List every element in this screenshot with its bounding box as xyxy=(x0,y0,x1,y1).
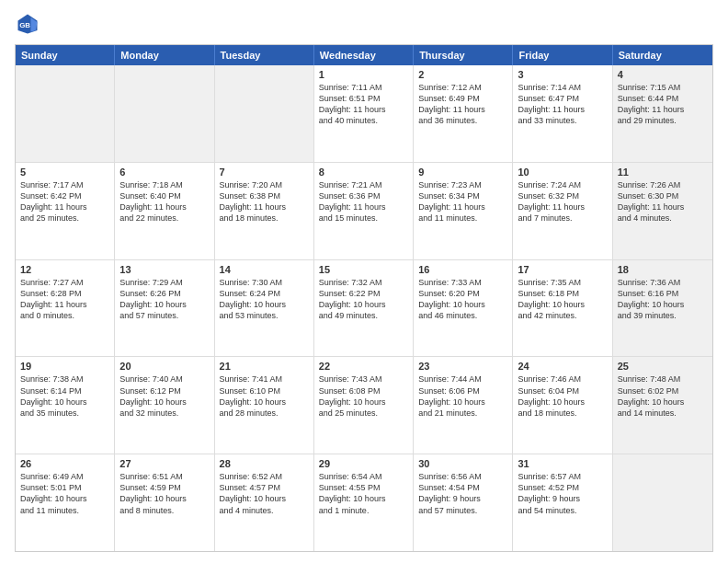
day-info: Sunrise: 7:11 AM Sunset: 6:51 PM Dayligh… xyxy=(319,82,408,127)
day-info: Sunrise: 6:49 AM Sunset: 5:01 PM Dayligh… xyxy=(20,471,109,516)
day-number: 28 xyxy=(220,458,309,469)
calendar-header: SundayMondayTuesdayWednesdayThursdayFrid… xyxy=(16,45,712,65)
day-number: 7 xyxy=(220,167,309,178)
day-info: Sunrise: 7:15 AM Sunset: 6:44 PM Dayligh… xyxy=(618,82,708,127)
day-info: Sunrise: 6:54 AM Sunset: 4:55 PM Dayligh… xyxy=(319,471,408,516)
day-number: 19 xyxy=(20,361,109,372)
logo-icon: GB xyxy=(15,11,40,37)
day-info: Sunrise: 6:52 AM Sunset: 4:57 PM Dayligh… xyxy=(220,471,309,516)
day-info: Sunrise: 7:35 AM Sunset: 6:18 PM Dayligh… xyxy=(518,277,607,322)
day-cell-28: 28Sunrise: 6:52 AM Sunset: 4:57 PM Dayli… xyxy=(215,454,314,551)
day-number: 29 xyxy=(319,458,408,469)
day-info: Sunrise: 7:32 AM Sunset: 6:22 PM Dayligh… xyxy=(319,277,408,322)
day-number: 4 xyxy=(618,69,708,80)
day-info: Sunrise: 7:23 AM Sunset: 6:34 PM Dayligh… xyxy=(418,179,507,224)
day-cell-23: 23Sunrise: 7:44 AM Sunset: 6:06 PM Dayli… xyxy=(414,357,513,454)
day-number: 26 xyxy=(20,458,109,469)
day-cell-18: 18Sunrise: 7:36 AM Sunset: 6:16 PM Dayli… xyxy=(613,260,712,357)
day-cell-25: 25Sunrise: 7:48 AM Sunset: 6:02 PM Dayli… xyxy=(613,357,712,454)
day-number: 12 xyxy=(20,264,109,275)
header-day-friday: Friday xyxy=(513,45,612,65)
day-number: 30 xyxy=(418,458,507,469)
day-info: Sunrise: 7:30 AM Sunset: 6:24 PM Dayligh… xyxy=(220,277,309,322)
empty-cell-0-2 xyxy=(215,65,314,162)
day-cell-3: 3Sunrise: 7:14 AM Sunset: 6:47 PM Daylig… xyxy=(513,65,612,162)
day-number: 5 xyxy=(20,167,109,178)
day-number: 18 xyxy=(618,264,708,275)
day-info: Sunrise: 7:38 AM Sunset: 6:14 PM Dayligh… xyxy=(20,373,109,419)
day-number: 27 xyxy=(119,458,209,469)
day-cell-7: 7Sunrise: 7:20 AM Sunset: 6:38 PM Daylig… xyxy=(215,163,314,259)
day-number: 31 xyxy=(518,458,607,469)
day-number: 2 xyxy=(418,69,507,80)
day-number: 16 xyxy=(418,264,507,275)
day-info: Sunrise: 7:44 AM Sunset: 6:06 PM Dayligh… xyxy=(418,373,507,419)
day-cell-9: 9Sunrise: 7:23 AM Sunset: 6:34 PM Daylig… xyxy=(414,163,513,259)
day-cell-16: 16Sunrise: 7:33 AM Sunset: 6:20 PM Dayli… xyxy=(414,260,513,357)
header: GB xyxy=(15,11,713,37)
day-cell-8: 8Sunrise: 7:21 AM Sunset: 6:36 PM Daylig… xyxy=(314,163,414,259)
day-cell-2: 2Sunrise: 7:12 AM Sunset: 6:49 PM Daylig… xyxy=(414,65,513,162)
day-cell-31: 31Sunrise: 6:57 AM Sunset: 4:52 PM Dayli… xyxy=(513,454,612,551)
day-info: Sunrise: 7:27 AM Sunset: 6:28 PM Dayligh… xyxy=(20,277,109,322)
day-info: Sunrise: 7:33 AM Sunset: 6:20 PM Dayligh… xyxy=(418,277,507,322)
header-day-sunday: Sunday xyxy=(16,45,115,65)
calendar-row-3: 19Sunrise: 7:38 AM Sunset: 6:14 PM Dayli… xyxy=(16,356,712,454)
day-info: Sunrise: 7:48 AM Sunset: 6:02 PM Dayligh… xyxy=(618,373,708,419)
day-number: 6 xyxy=(119,167,209,178)
day-cell-13: 13Sunrise: 7:29 AM Sunset: 6:26 PM Dayli… xyxy=(115,260,214,357)
calendar-body: 1Sunrise: 7:11 AM Sunset: 6:51 PM Daylig… xyxy=(16,65,712,551)
day-cell-5: 5Sunrise: 7:17 AM Sunset: 6:42 PM Daylig… xyxy=(16,163,115,259)
day-number: 11 xyxy=(618,167,708,178)
day-cell-6: 6Sunrise: 7:18 AM Sunset: 6:40 PM Daylig… xyxy=(115,163,214,259)
day-number: 8 xyxy=(319,167,408,178)
day-cell-24: 24Sunrise: 7:46 AM Sunset: 6:04 PM Dayli… xyxy=(513,357,612,454)
day-info: Sunrise: 7:26 AM Sunset: 6:30 PM Dayligh… xyxy=(618,179,708,224)
day-info: Sunrise: 7:36 AM Sunset: 6:16 PM Dayligh… xyxy=(618,277,708,322)
day-info: Sunrise: 7:14 AM Sunset: 6:47 PM Dayligh… xyxy=(518,82,607,127)
empty-cell-4-6 xyxy=(613,454,712,551)
day-info: Sunrise: 7:43 AM Sunset: 6:08 PM Dayligh… xyxy=(319,373,408,419)
logo: GB xyxy=(15,11,44,37)
day-number: 10 xyxy=(518,167,607,178)
calendar-row-0: 1Sunrise: 7:11 AM Sunset: 6:51 PM Daylig… xyxy=(16,65,712,162)
day-number: 21 xyxy=(220,361,309,372)
day-info: Sunrise: 7:46 AM Sunset: 6:04 PM Dayligh… xyxy=(518,373,607,419)
day-number: 13 xyxy=(119,264,209,275)
day-info: Sunrise: 6:56 AM Sunset: 4:54 PM Dayligh… xyxy=(418,471,507,516)
day-info: Sunrise: 7:24 AM Sunset: 6:32 PM Dayligh… xyxy=(518,179,607,224)
day-number: 9 xyxy=(418,167,507,178)
day-cell-10: 10Sunrise: 7:24 AM Sunset: 6:32 PM Dayli… xyxy=(513,163,612,259)
day-info: Sunrise: 7:17 AM Sunset: 6:42 PM Dayligh… xyxy=(20,179,109,224)
empty-cell-0-1 xyxy=(115,65,214,162)
day-number: 25 xyxy=(618,361,708,372)
day-info: Sunrise: 6:57 AM Sunset: 4:52 PM Dayligh… xyxy=(518,471,607,516)
day-number: 14 xyxy=(220,264,309,275)
day-cell-29: 29Sunrise: 6:54 AM Sunset: 4:55 PM Dayli… xyxy=(314,454,414,551)
day-cell-26: 26Sunrise: 6:49 AM Sunset: 5:01 PM Dayli… xyxy=(16,454,115,551)
day-cell-21: 21Sunrise: 7:41 AM Sunset: 6:10 PM Dayli… xyxy=(215,357,314,454)
calendar-row-4: 26Sunrise: 6:49 AM Sunset: 5:01 PM Dayli… xyxy=(16,454,712,551)
day-info: Sunrise: 7:41 AM Sunset: 6:10 PM Dayligh… xyxy=(220,373,309,419)
day-info: Sunrise: 7:18 AM Sunset: 6:40 PM Dayligh… xyxy=(119,179,209,224)
day-cell-12: 12Sunrise: 7:27 AM Sunset: 6:28 PM Dayli… xyxy=(16,260,115,357)
day-cell-1: 1Sunrise: 7:11 AM Sunset: 6:51 PM Daylig… xyxy=(314,65,414,162)
day-number: 3 xyxy=(518,69,607,80)
day-info: Sunrise: 7:21 AM Sunset: 6:36 PM Dayligh… xyxy=(319,179,408,224)
day-cell-27: 27Sunrise: 6:51 AM Sunset: 4:59 PM Dayli… xyxy=(115,454,214,551)
day-number: 17 xyxy=(518,264,607,275)
calendar: SundayMondayTuesdayWednesdayThursdayFrid… xyxy=(15,44,713,552)
day-cell-20: 20Sunrise: 7:40 AM Sunset: 6:12 PM Dayli… xyxy=(115,357,214,454)
header-day-thursday: Thursday xyxy=(414,45,513,65)
day-cell-17: 17Sunrise: 7:35 AM Sunset: 6:18 PM Dayli… xyxy=(513,260,612,357)
day-info: Sunrise: 6:51 AM Sunset: 4:59 PM Dayligh… xyxy=(119,471,209,516)
day-info: Sunrise: 7:12 AM Sunset: 6:49 PM Dayligh… xyxy=(418,82,507,127)
day-info: Sunrise: 7:20 AM Sunset: 6:38 PM Dayligh… xyxy=(220,179,309,224)
day-number: 23 xyxy=(418,361,507,372)
day-cell-22: 22Sunrise: 7:43 AM Sunset: 6:08 PM Dayli… xyxy=(314,357,414,454)
header-day-monday: Monday xyxy=(115,45,214,65)
day-number: 20 xyxy=(119,361,209,372)
day-cell-19: 19Sunrise: 7:38 AM Sunset: 6:14 PM Dayli… xyxy=(16,357,115,454)
day-number: 24 xyxy=(518,361,607,372)
calendar-row-2: 12Sunrise: 7:27 AM Sunset: 6:28 PM Dayli… xyxy=(16,259,712,357)
